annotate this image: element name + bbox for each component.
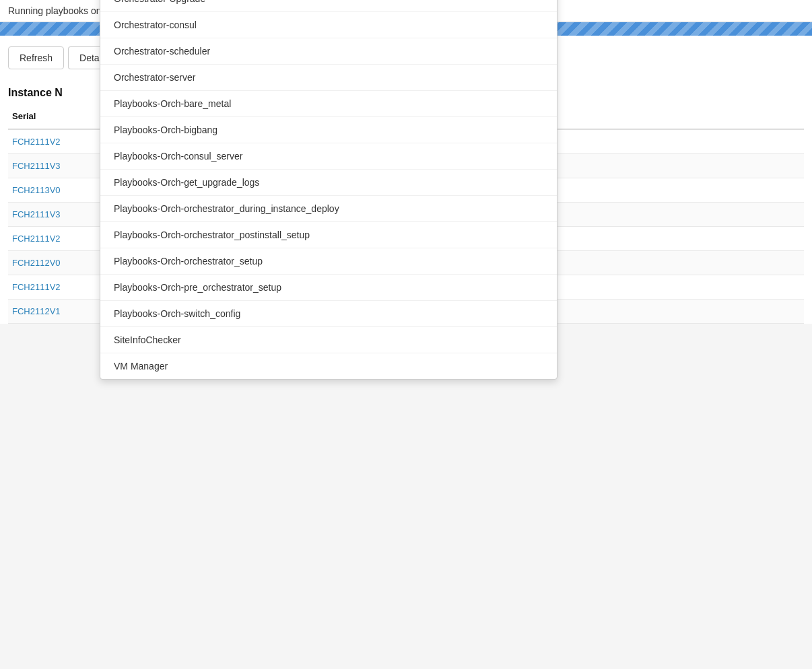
serial-link[interactable]: FCH2112V1 xyxy=(12,306,61,316)
dropdown-item[interactable]: Orchestrator-server xyxy=(100,65,557,91)
dropdown-item[interactable]: Playbooks-Orch-pre_orchestrator_setup xyxy=(100,275,557,301)
dropdown-item[interactable]: Orchestrator-consul xyxy=(100,12,557,38)
dropdown-item[interactable]: Playbooks-Orch-orchestrator_setup xyxy=(100,248,557,275)
dropdown-item[interactable]: Playbooks-Orch-bare_metal xyxy=(100,91,557,117)
dropdown-item[interactable]: Playbooks-Orch-switch_config xyxy=(100,301,557,327)
content-area: Instance N Serial ▲▼ Instance Type xyxy=(0,80,812,324)
dropdown-item[interactable]: Orchestrator-Upgrade xyxy=(100,0,557,12)
serial-link[interactable]: FCH2112V0 xyxy=(12,258,61,268)
dropdown-item[interactable]: Playbooks-Orch-bigbang xyxy=(100,117,557,143)
dropdown-item[interactable]: Orchestrator-scheduler xyxy=(100,38,557,65)
serial-link[interactable]: FCH2111V2 xyxy=(12,234,61,244)
serial-link[interactable]: FCH2111V3 xyxy=(12,209,61,219)
serial-link[interactable]: FCH2113V0 xyxy=(12,185,61,195)
dropdown-item[interactable]: SiteInfoChecker xyxy=(100,327,557,353)
serial-link[interactable]: FCH2111V2 xyxy=(12,282,61,292)
dropdown-item[interactable]: Playbooks-Orch-get_upgrade_logs xyxy=(100,170,557,196)
serial-link[interactable]: FCH2111V2 xyxy=(12,137,61,147)
dropdown-menu: OrchestratorOrchestrator-UpgradeOrchestr… xyxy=(100,0,557,380)
page-container: Running playbooks on the instances ... R… xyxy=(0,0,812,324)
serial-link[interactable]: FCH2111V3 xyxy=(12,161,61,171)
dropdown-item[interactable]: VM Manager xyxy=(100,353,557,379)
dropdown-item[interactable]: Playbooks-Orch-consul_server xyxy=(100,143,557,170)
dropdown-item[interactable]: Playbooks-Orch-orchestrator_during_insta… xyxy=(100,196,557,222)
dropdown-item[interactable]: Playbooks-Orch-orchestrator_postinstall_… xyxy=(100,222,557,248)
refresh-button[interactable]: Refresh xyxy=(8,46,64,69)
